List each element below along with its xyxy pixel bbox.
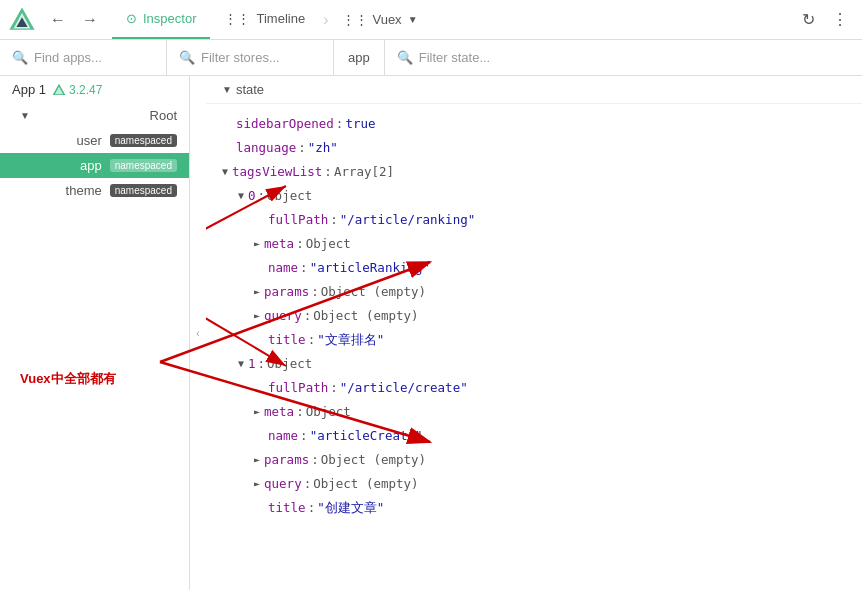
tree-row[interactable]: language: "zh": [206, 136, 862, 160]
tree-row[interactable]: ► meta: Object: [206, 232, 862, 256]
tree-row[interactable]: ▼ 0: Object: [206, 184, 862, 208]
search-icon-stores: 🔍: [179, 50, 195, 65]
key-name: params: [264, 282, 309, 302]
store-list: ▼Rootusernamespacedappnamespacedthemenam…: [0, 103, 189, 590]
tree-row[interactable]: fullPath: "/article/create": [206, 376, 862, 400]
colon: :: [300, 258, 308, 278]
inspector-icon: ⊙: [126, 11, 137, 26]
tab-timeline[interactable]: ⋮⋮ Timeline: [210, 0, 319, 39]
key-name: title: [268, 498, 306, 518]
value: Object (empty): [313, 474, 418, 494]
find-apps-input[interactable]: [34, 50, 154, 65]
tree-row[interactable]: ▼ 1: Object: [206, 352, 862, 376]
find-apps-section: 🔍: [0, 40, 167, 75]
right-panel: ▼ state sidebarOpened: truelanguage: "zh…: [206, 76, 862, 590]
key-name: meta: [264, 234, 294, 254]
value: "articleCreate": [310, 426, 423, 446]
store-name: user: [76, 133, 101, 148]
namespaced-badge: namespaced: [110, 134, 177, 147]
tab-inspector-label: Inspector: [143, 11, 196, 26]
tree-row[interactable]: ▼ tagsViewList: Array[2]: [206, 160, 862, 184]
colon: :: [304, 306, 312, 326]
tab-separator: ›: [319, 11, 332, 29]
topbar: ← → ⊙ Inspector ⋮⋮ Timeline › ⋮⋮ Vuex ▼ …: [0, 0, 862, 40]
colon: :: [304, 474, 312, 494]
colon: :: [296, 234, 304, 254]
value: Object: [267, 354, 312, 374]
value: "创建文章": [317, 498, 384, 518]
value: "zh": [308, 138, 338, 158]
left-panel: App 1 3.2.47 ▼Rootusernamespacedappnames…: [0, 76, 190, 590]
colon: :: [324, 162, 332, 182]
expand-arrow: ►: [254, 404, 260, 420]
state-header: ▼ state: [206, 76, 862, 104]
filter-state-input[interactable]: [419, 50, 579, 65]
colon: :: [336, 114, 344, 134]
colon: :: [296, 402, 304, 422]
expand-arrow: ▼: [238, 188, 244, 204]
expand-arrow: ►: [254, 284, 260, 300]
forward-button[interactable]: →: [76, 6, 104, 34]
tree-row[interactable]: ► meta: Object: [206, 400, 862, 424]
value: Object: [267, 186, 312, 206]
tab-inspector[interactable]: ⊙ Inspector: [112, 0, 210, 39]
topbar-right: ↻ ⋮: [794, 6, 854, 34]
expand-arrow: ►: [254, 236, 260, 252]
tab-timeline-label: Timeline: [256, 11, 305, 26]
namespaced-badge: namespaced: [110, 184, 177, 197]
back-button[interactable]: ←: [44, 6, 72, 34]
filter-stores-input[interactable]: [201, 50, 321, 65]
tab-vuex-label: Vuex: [372, 12, 401, 27]
key-name: 1: [248, 354, 256, 374]
tree-row[interactable]: ► params: Object (empty): [206, 280, 862, 304]
app-name: App 1: [12, 82, 46, 97]
tree-row[interactable]: name: "articleCreate": [206, 424, 862, 448]
app-item[interactable]: App 1 3.2.47: [0, 76, 189, 103]
value: "articleRanking": [310, 258, 430, 278]
store-item-theme[interactable]: themenamespaced: [0, 178, 189, 203]
namespaced-badge: namespaced: [110, 159, 177, 172]
more-button[interactable]: ⋮: [826, 6, 854, 34]
collapse-handle[interactable]: ‹: [190, 308, 206, 359]
colon: :: [330, 378, 338, 398]
key-name: query: [264, 474, 302, 494]
tree-row[interactable]: ► query: Object (empty): [206, 304, 862, 328]
value: Object (empty): [321, 450, 426, 470]
value: Object (empty): [321, 282, 426, 302]
value: "文章排名": [317, 330, 384, 350]
key-name: 0: [248, 186, 256, 206]
state-content: sidebarOpened: truelanguage: "zh"▼ tagsV…: [206, 104, 862, 590]
store-item-root[interactable]: ▼Root: [0, 103, 189, 128]
colon: :: [330, 210, 338, 230]
tree-row[interactable]: ► query: Object (empty): [206, 472, 862, 496]
value: true: [345, 114, 375, 134]
state-arrow: ▼: [222, 84, 232, 95]
key-name: language: [236, 138, 296, 158]
key-name: meta: [264, 402, 294, 422]
value: "/article/create": [340, 378, 468, 398]
tab-group: ⊙ Inspector ⋮⋮ Timeline › ⋮⋮ Vuex ▼: [112, 0, 428, 39]
expand-arrow: ▼: [222, 164, 228, 180]
refresh-button[interactable]: ↻: [794, 6, 822, 34]
expand-arrow: ▼: [238, 356, 244, 372]
store-item-user[interactable]: usernamespaced: [0, 128, 189, 153]
expand-arrow: ►: [254, 476, 260, 492]
store-item-app[interactable]: appnamespaced: [0, 153, 189, 178]
vuex-dropdown-icon: ▼: [408, 14, 418, 25]
tree-row[interactable]: title: "创建文章": [206, 496, 862, 520]
tab-vuex[interactable]: ⋮⋮ Vuex ▼: [332, 0, 427, 39]
tree-row[interactable]: fullPath: "/article/ranking": [206, 208, 862, 232]
colon: :: [308, 498, 316, 518]
tree-row[interactable]: title: "文章排名": [206, 328, 862, 352]
vue-mini-logo: [52, 83, 66, 97]
tree-row[interactable]: name: "articleRanking": [206, 256, 862, 280]
colon: :: [258, 186, 266, 206]
tree-row[interactable]: sidebarOpened: true: [206, 112, 862, 136]
timeline-icon: ⋮⋮: [224, 11, 250, 26]
store-name: theme: [66, 183, 102, 198]
tree-row[interactable]: ► params: Object (empty): [206, 448, 862, 472]
key-name: fullPath: [268, 210, 328, 230]
store-name: app: [80, 158, 102, 173]
filter-state-section: 🔍: [385, 40, 591, 75]
expand-icon: ▼: [20, 110, 30, 121]
